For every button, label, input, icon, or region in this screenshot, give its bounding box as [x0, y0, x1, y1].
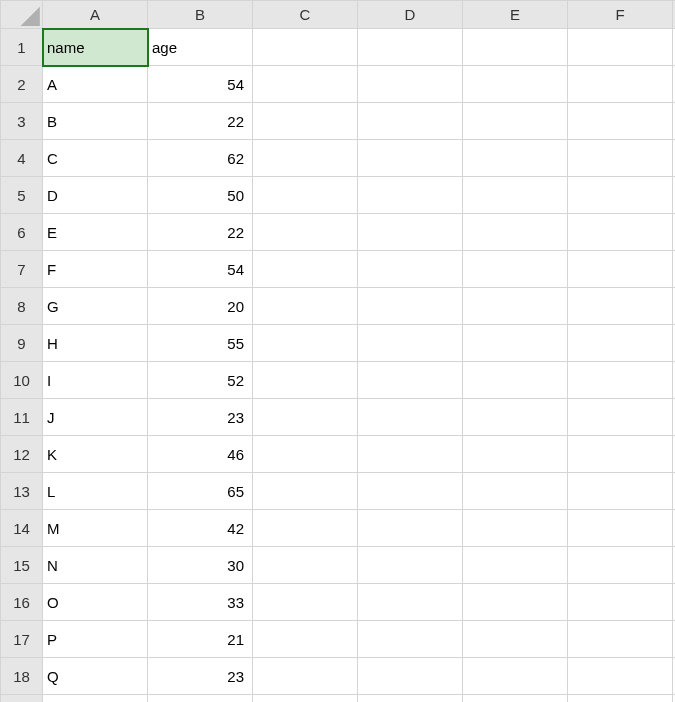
cell-C16[interactable]: [253, 584, 358, 621]
cell-B17[interactable]: 21: [148, 621, 253, 658]
row-head-14[interactable]: 14: [1, 510, 43, 547]
cell-A9[interactable]: H: [43, 325, 148, 362]
cell-A4[interactable]: C: [43, 140, 148, 177]
cell-F8[interactable]: [568, 288, 673, 325]
cell-E12[interactable]: [463, 436, 568, 473]
row-head-7[interactable]: 7: [1, 251, 43, 288]
cell-B5[interactable]: 50: [148, 177, 253, 214]
cell-B13[interactable]: 65: [148, 473, 253, 510]
cell-C9[interactable]: [253, 325, 358, 362]
cell-C11[interactable]: [253, 399, 358, 436]
cell-D2[interactable]: [358, 66, 463, 103]
row-head-12[interactable]: 12: [1, 436, 43, 473]
cell-B8[interactable]: 20: [148, 288, 253, 325]
cell-F7[interactable]: [568, 251, 673, 288]
cell-B3[interactable]: 22: [148, 103, 253, 140]
cell-F2[interactable]: [568, 66, 673, 103]
cell-F6[interactable]: [568, 214, 673, 251]
cell-C2[interactable]: [253, 66, 358, 103]
col-head-A[interactable]: A: [43, 1, 148, 29]
row-head-10[interactable]: 10: [1, 362, 43, 399]
col-head-F[interactable]: F: [568, 1, 673, 29]
cell-C13[interactable]: [253, 473, 358, 510]
cell-D15[interactable]: [358, 547, 463, 584]
cell-F5[interactable]: [568, 177, 673, 214]
cell-E1[interactable]: [463, 29, 568, 66]
cell-E5[interactable]: [463, 177, 568, 214]
cell-E7[interactable]: [463, 251, 568, 288]
row-head-16[interactable]: 16: [1, 584, 43, 621]
cell-E13[interactable]: [463, 473, 568, 510]
cell-E3[interactable]: [463, 103, 568, 140]
cell-C8[interactable]: [253, 288, 358, 325]
cell-D3[interactable]: [358, 103, 463, 140]
cell-D16[interactable]: [358, 584, 463, 621]
cell-E15[interactable]: [463, 547, 568, 584]
cell-A6[interactable]: E: [43, 214, 148, 251]
cell-D6[interactable]: [358, 214, 463, 251]
row-head-15[interactable]: 15: [1, 547, 43, 584]
cell-E18[interactable]: [463, 658, 568, 695]
cell-D9[interactable]: [358, 325, 463, 362]
row-head-4[interactable]: 4: [1, 140, 43, 177]
cell-D13[interactable]: [358, 473, 463, 510]
row-head-13[interactable]: 13: [1, 473, 43, 510]
cell-C5[interactable]: [253, 177, 358, 214]
col-head-B[interactable]: B: [148, 1, 253, 29]
row-head-5[interactable]: 5: [1, 177, 43, 214]
cell-F9[interactable]: [568, 325, 673, 362]
cell-D18[interactable]: [358, 658, 463, 695]
cell-B4[interactable]: 62: [148, 140, 253, 177]
cell-E9[interactable]: [463, 325, 568, 362]
cell-E2[interactable]: [463, 66, 568, 103]
cell-D11[interactable]: [358, 399, 463, 436]
cell-A16[interactable]: O: [43, 584, 148, 621]
cell-F15[interactable]: [568, 547, 673, 584]
row-head-3[interactable]: 3: [1, 103, 43, 140]
cell-E6[interactable]: [463, 214, 568, 251]
cell-B2[interactable]: 54: [148, 66, 253, 103]
cell-C7[interactable]: [253, 251, 358, 288]
cell-D5[interactable]: [358, 177, 463, 214]
cell-A12[interactable]: K: [43, 436, 148, 473]
cell-E19-partial[interactable]: [463, 695, 568, 703]
cell-B10[interactable]: 52: [148, 362, 253, 399]
col-head-D[interactable]: D: [358, 1, 463, 29]
cell-E16[interactable]: [463, 584, 568, 621]
cell-B19-partial[interactable]: [148, 695, 253, 703]
cell-B7[interactable]: 54: [148, 251, 253, 288]
cell-D19-partial[interactable]: [358, 695, 463, 703]
cell-A14[interactable]: M: [43, 510, 148, 547]
cell-E14[interactable]: [463, 510, 568, 547]
cell-C12[interactable]: [253, 436, 358, 473]
cell-E11[interactable]: [463, 399, 568, 436]
cell-C6[interactable]: [253, 214, 358, 251]
cell-C4[interactable]: [253, 140, 358, 177]
row-head-11[interactable]: 11: [1, 399, 43, 436]
cell-B6[interactable]: 22: [148, 214, 253, 251]
cell-F3[interactable]: [568, 103, 673, 140]
cell-A18[interactable]: Q: [43, 658, 148, 695]
row-head-2[interactable]: 2: [1, 66, 43, 103]
cell-F17[interactable]: [568, 621, 673, 658]
cell-F13[interactable]: [568, 473, 673, 510]
cell-D4[interactable]: [358, 140, 463, 177]
row-head-1[interactable]: 1: [1, 29, 43, 66]
cell-C17[interactable]: [253, 621, 358, 658]
cell-A19-partial[interactable]: [43, 695, 148, 703]
cell-B1[interactable]: age: [148, 29, 253, 66]
cell-D14[interactable]: [358, 510, 463, 547]
cell-E8[interactable]: [463, 288, 568, 325]
cell-F14[interactable]: [568, 510, 673, 547]
row-head-19-partial[interactable]: [1, 695, 43, 703]
cell-D1[interactable]: [358, 29, 463, 66]
cell-A17[interactable]: P: [43, 621, 148, 658]
cell-E17[interactable]: [463, 621, 568, 658]
cell-D17[interactable]: [358, 621, 463, 658]
cell-B16[interactable]: 33: [148, 584, 253, 621]
row-head-8[interactable]: 8: [1, 288, 43, 325]
cell-D12[interactable]: [358, 436, 463, 473]
cell-C1[interactable]: [253, 29, 358, 66]
cell-C3[interactable]: [253, 103, 358, 140]
cell-F19-partial[interactable]: [568, 695, 673, 703]
